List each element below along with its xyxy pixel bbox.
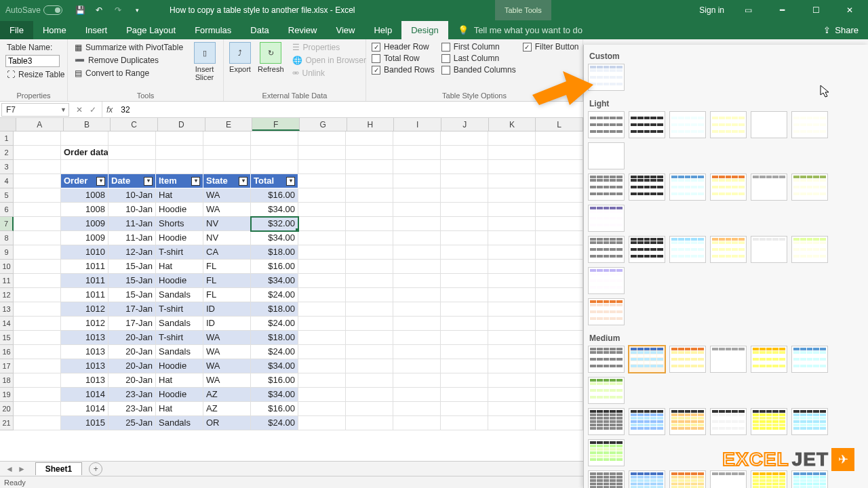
cell[interactable]: [14, 345, 61, 359]
table-style-swatch[interactable]: [669, 470, 706, 488]
table-style-swatch[interactable]: [588, 205, 625, 232]
table-style-swatch[interactable]: [588, 346, 625, 373]
cell[interactable]: [156, 160, 203, 174]
table-style-swatch[interactable]: [669, 174, 706, 201]
cell[interactable]: [346, 359, 393, 373]
cell[interactable]: [346, 416, 393, 430]
cell[interactable]: [441, 416, 488, 430]
cell[interactable]: [346, 402, 393, 416]
cell[interactable]: [346, 174, 393, 188]
ribbon-tab-file[interactable]: File: [0, 21, 33, 39]
table-style-swatch[interactable]: [588, 470, 625, 488]
column-header[interactable]: E: [205, 118, 253, 131]
cell[interactable]: [441, 345, 488, 359]
cell[interactable]: [251, 146, 298, 160]
cell[interactable]: $34.00: [251, 359, 298, 373]
cell[interactable]: [298, 331, 346, 345]
banded-columns-checkbox[interactable]: Banded Columns: [441, 65, 516, 75]
cell[interactable]: [14, 373, 61, 388]
cell[interactable]: [441, 260, 488, 274]
cell[interactable]: 23-Jan: [108, 402, 156, 416]
cell[interactable]: [441, 131, 488, 146]
cell[interactable]: [441, 317, 488, 331]
cell[interactable]: [346, 160, 393, 174]
cell[interactable]: 1013: [61, 331, 108, 345]
cell[interactable]: FL: [203, 260, 251, 274]
cell[interactable]: [298, 359, 346, 373]
cell[interactable]: $24.00: [251, 416, 298, 430]
cell[interactable]: CA: [203, 245, 251, 260]
table-style-swatch[interactable]: [588, 298, 625, 325]
cell[interactable]: [488, 160, 536, 174]
cell[interactable]: [298, 188, 346, 203]
row-header[interactable]: 4: [0, 174, 14, 188]
cell[interactable]: [488, 260, 536, 274]
cell[interactable]: Date▾: [108, 174, 156, 188]
cell[interactable]: 10-Jan: [108, 188, 156, 203]
cell[interactable]: [536, 274, 583, 288]
undo-icon[interactable]: ↶: [94, 5, 104, 16]
cell[interactable]: [108, 160, 156, 174]
cell[interactable]: $24.00: [251, 317, 298, 331]
table-style-swatch[interactable]: [791, 236, 828, 263]
cell[interactable]: [536, 245, 583, 260]
cell[interactable]: Item▾: [156, 174, 203, 188]
cell[interactable]: [14, 317, 61, 331]
cell[interactable]: [488, 217, 536, 231]
cell[interactable]: WA: [203, 331, 251, 345]
ribbon-tab-home[interactable]: Home: [33, 21, 76, 39]
cell[interactable]: [536, 160, 583, 174]
cell[interactable]: [393, 359, 441, 373]
table-style-swatch[interactable]: [588, 377, 625, 404]
cell[interactable]: [346, 274, 393, 288]
cell[interactable]: [156, 146, 203, 160]
cell[interactable]: $34.00: [251, 274, 298, 288]
table-style-swatch[interactable]: [588, 267, 625, 294]
cell[interactable]: $32.00: [251, 217, 298, 231]
ribbon-tab-formulas[interactable]: Formulas: [185, 21, 241, 39]
cell[interactable]: 10-Jan: [108, 203, 156, 217]
cell[interactable]: 1011: [61, 274, 108, 288]
cell[interactable]: [14, 288, 61, 302]
table-style-swatch[interactable]: [629, 408, 665, 435]
cell[interactable]: [488, 231, 536, 245]
cell[interactable]: [488, 274, 536, 288]
cell[interactable]: [346, 203, 393, 217]
cell[interactable]: [298, 231, 346, 245]
cell[interactable]: 1014: [61, 402, 108, 416]
cell[interactable]: [536, 345, 583, 359]
cell[interactable]: [393, 260, 441, 274]
cell[interactable]: 25-Jan: [108, 416, 156, 430]
table-style-swatch[interactable]: [710, 346, 747, 373]
cell[interactable]: [14, 203, 61, 217]
ribbon-tab-page-layout[interactable]: Page Layout: [117, 21, 185, 39]
cell[interactable]: [393, 231, 441, 245]
cell[interactable]: [203, 160, 251, 174]
cell[interactable]: $16.00: [251, 402, 298, 416]
cell[interactable]: [346, 260, 393, 274]
cell[interactable]: [488, 146, 536, 160]
cell[interactable]: 1011: [61, 260, 108, 274]
cell[interactable]: OR: [203, 416, 251, 430]
cell[interactable]: [488, 317, 536, 331]
first-column-checkbox[interactable]: First Column: [441, 42, 516, 52]
cell[interactable]: T-shirt: [156, 331, 203, 345]
cell[interactable]: [536, 288, 583, 302]
insert-slicer-button[interactable]: ▯ Insert Slicer: [191, 42, 218, 81]
cell[interactable]: [298, 416, 346, 430]
cell[interactable]: Hoodie: [156, 231, 203, 245]
cell[interactable]: [346, 331, 393, 345]
last-column-checkbox[interactable]: Last Column: [441, 54, 516, 63]
autosave-toggle[interactable]: AutoSave: [0, 5, 68, 15]
cell[interactable]: [14, 359, 61, 373]
cell[interactable]: [298, 217, 346, 231]
cell[interactable]: ID: [203, 302, 251, 317]
row-header[interactable]: 18: [0, 373, 14, 388]
cell[interactable]: [14, 260, 61, 274]
table-style-swatch[interactable]: [791, 408, 828, 435]
cell[interactable]: [488, 388, 536, 402]
cell[interactable]: [536, 217, 583, 231]
cell[interactable]: 1012: [61, 302, 108, 317]
name-box[interactable]: F7▼: [1, 103, 69, 117]
cell[interactable]: [346, 146, 393, 160]
